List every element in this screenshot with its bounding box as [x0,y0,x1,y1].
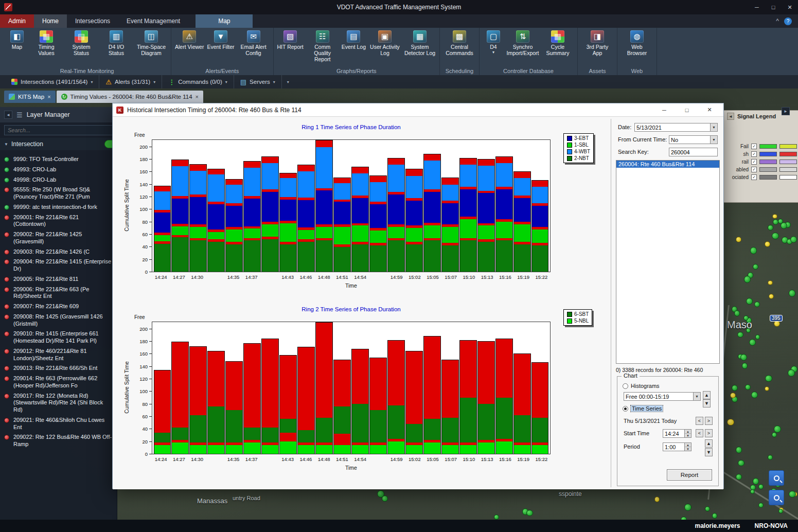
bar-14:37[interactable] [243,161,261,272]
bar-15:10[interactable] [459,340,477,454]
histogram-range-combobox[interactable]: Free 00:00-15:19 ▼ [624,392,701,401]
bar-14:51[interactable] [333,178,351,272]
map-marker[interactable] [765,386,769,391]
ribbon-item-event-log[interactable]: ▤Event Log [341,29,367,51]
menu-burger-icon[interactable]: ☰ [16,111,23,119]
intersection-list-item[interactable]: 209008: Rte 1425 (Gravesmill 1426 (Grist… [0,312,117,329]
minimize-icon[interactable]: ─ [749,0,765,14]
bar-15:22[interactable] [531,362,549,454]
intersection-list-item[interactable]: 209003: Rte 221&Rte 1426 (C [0,247,117,257]
map-marker[interactable] [774,425,781,432]
quickbar-item-commands-0-0[interactable]: ⋮Commands (0/0)▾ [162,75,234,88]
quickbar-item-servers[interactable]: ▤Servers▾ [234,75,282,88]
bar-14:37[interactable] [243,343,261,454]
bar-t6[interactable] [261,339,279,454]
bar-15:05[interactable] [423,154,441,272]
legend-checkbox[interactable]: ✓ [751,174,757,180]
map-marker[interactable] [768,225,773,230]
intersection-list-item[interactable]: 209007: Rte 221&Rte 609 [0,302,117,312]
map-marker[interactable] [755,334,760,339]
map-marker[interactable] [765,241,770,247]
dialog-titlebar[interactable]: K Historical Intersection Timing of 2600… [113,103,723,117]
bar-t6[interactable] [261,156,279,272]
bar-14:48[interactable] [315,140,333,272]
map-marker[interactable] [738,460,744,466]
map-marker[interactable] [769,294,774,299]
quickbar-extra-caret-icon[interactable]: ▾ [282,80,294,84]
ribbon-item-system-detector-log[interactable]: ▦System Detector Log [403,29,437,57]
ribbon-item-3rd-party-app[interactable]: ◨3rd Party App [580,29,614,57]
map-marker[interactable] [737,332,743,338]
chevron-down-icon[interactable]: ▼ [710,136,717,144]
bar-t3[interactable] [207,351,225,454]
map-marker[interactable] [377,490,384,498]
bar-t3[interactable] [207,169,225,272]
legend-checkbox[interactable]: ✓ [751,151,757,157]
close-icon[interactable]: × [196,94,199,100]
maximize-icon[interactable]: □ [765,0,782,14]
legend-collapse-icon[interactable]: ► [782,107,790,115]
tab-intersections[interactable]: Intersections [67,14,118,28]
close-icon[interactable]: × [47,94,50,100]
dialog-maximize-icon[interactable]: □ [677,104,697,116]
spin-down-icon[interactable]: ▼ [685,434,691,437]
spin-up-icon[interactable]: ▲ [685,430,691,434]
bar-14:54[interactable] [351,167,369,272]
map-marker[interactable] [768,455,773,460]
bar-15:07[interactable] [441,178,459,272]
map-marker[interactable] [727,419,734,426]
bar-14:46[interactable] [297,165,315,272]
range-down-icon[interactable]: ▼ [703,399,711,407]
map-marker[interactable] [732,385,738,391]
intersection-list-item[interactable]: 99990: atc test intersection-d fork [0,202,117,212]
map-marker[interactable] [745,384,751,390]
intersection-list-item[interactable]: 209014: Rte 663 (Perrowville 662 (Hooper… [0,374,117,391]
start-time-spinner[interactable]: 14:24 ▲▼ [663,429,691,438]
bar-15:19[interactable] [513,353,531,454]
legend-checkbox[interactable]: ✓ [751,167,757,172]
map-marker[interactable] [749,339,756,346]
ribbon-item-synchro-import-export[interactable]: ⇅Synchro Import/Export [506,29,540,57]
legend-arrow-icon[interactable]: ◄ [727,113,734,120]
histograms-radio-label[interactable]: Histograms [631,383,660,389]
ribbon-item-system-status[interactable]: ▤System Status [64,29,98,57]
bar-14:48[interactable] [315,322,333,454]
intersection-list-item[interactable]: 209004: Rte 221&Rte 1415 (Enterprise Dr) [0,257,117,274]
bar-14:35[interactable] [225,361,243,454]
ribbon-item-cycle-summary[interactable]: ▦Cycle Summary [541,29,575,57]
intersection-list-item[interactable]: 209010: Rte 1415 (Enterprise 661 (Homest… [0,329,117,346]
ribbon-item-hit-report[interactable]: ▧HIT Report [276,29,305,51]
legend-checkbox[interactable]: ✓ [751,159,757,165]
layer-search-input[interactable] [4,125,113,135]
intersection-tree-header[interactable]: ▼ Intersection [0,138,117,150]
bar-14:51[interactable] [333,360,351,454]
start-time-next-button[interactable]: > [705,429,713,437]
map-marker[interactable] [789,491,795,498]
bar-14:35[interactable] [225,179,243,272]
ribbon-item-alert-viewer[interactable]: ⚠Alert Viewer [174,29,205,51]
map-marker[interactable] [734,310,740,316]
bar-15:13[interactable] [477,159,495,272]
map-marker[interactable] [742,363,748,368]
chevron-down-icon[interactable]: ▼ [693,393,700,400]
bar-14:46[interactable] [297,347,315,454]
intersection-list-item[interactable]: 209005: Rte 221&Rte 811 [0,274,117,285]
ribbon-item-time-space-diagram[interactable]: ◫Time-Space Diagram [134,29,168,57]
map-marker[interactable] [758,484,763,489]
ribbon-item-web-browser[interactable]: ◍Web Browser [620,29,654,57]
bar-14:27[interactable] [171,159,189,272]
bar-14:59[interactable] [387,340,405,454]
intersection-list-item[interactable]: 9990: TFO Test-Controller [0,154,117,165]
bar-15:10[interactable] [459,158,477,272]
bar-14:43[interactable] [279,355,297,454]
help-icon[interactable]: ? [784,17,792,25]
tab-home[interactable]: Home [34,14,67,28]
map-marker[interactable] [684,504,691,511]
ribbon-item-d4[interactable]: ▢D4▾ [482,29,505,56]
map-marker[interactable] [765,375,772,382]
legend-checkbox[interactable]: ✓ [751,144,757,149]
close-icon[interactable]: ✕ [782,0,798,14]
intersection-list-item[interactable]: 209022: Rte 122 Bus&Rte 460 WB Off-Ramp [0,432,117,450]
ribbon-item-email-alert-config[interactable]: ✉Email Alert Config [237,29,271,57]
map-marker[interactable] [746,298,753,305]
